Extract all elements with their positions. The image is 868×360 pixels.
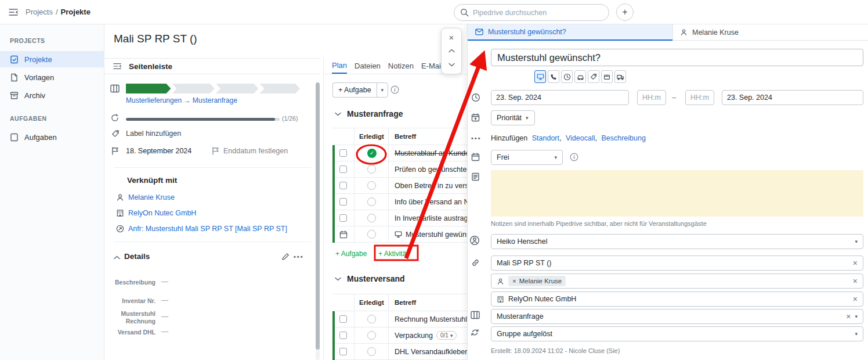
add-label-button[interactable]: Label hinzufügen <box>126 129 181 138</box>
notes-textarea[interactable] <box>491 170 863 217</box>
linked-org-link[interactable]: RelyOn Nutec GmbH <box>128 209 196 217</box>
phase-segment[interactable] <box>172 84 215 93</box>
activity-open-circle[interactable] <box>367 230 376 239</box>
task-open-circle[interactable] <box>367 165 376 174</box>
row-select-checkbox[interactable] <box>339 198 347 206</box>
start-date-input[interactable] <box>491 90 629 105</box>
phase-field[interactable]: Musteranfrage × ▾ <box>491 309 863 324</box>
task-row[interactable]: Oben Betreff in zu versch <box>332 178 467 194</box>
priority-dropdown[interactable]: Priorität ▾ <box>491 110 535 125</box>
add-description-link[interactable]: Beschreibung <box>601 134 645 142</box>
task-row[interactable]: In Inventarliste austragen <box>332 210 467 226</box>
start-time-input[interactable] <box>637 90 666 105</box>
task-subject[interactable]: Prüfen ob gewünschter M <box>389 161 467 177</box>
owner-dropdown[interactable]: Heiko Henschel ▾ <box>491 234 863 249</box>
add-task-split-button[interactable]: + Aufgabe ▾ <box>332 82 388 98</box>
activity-row[interactable]: Musterstuhl gewünsc <box>332 226 467 243</box>
sidebar-item-aufgaben[interactable]: Aufgaben <box>0 129 104 145</box>
sidebar-item-archiv[interactable]: Archiv <box>0 87 104 103</box>
task-open-circle[interactable] <box>367 181 376 190</box>
activity-type-task-clock-button[interactable] <box>561 70 573 83</box>
clear-icon[interactable]: × <box>853 295 858 303</box>
availability-dropdown[interactable]: Frei ▾ <box>491 150 563 165</box>
row-select-checkbox[interactable] <box>339 315 347 323</box>
tab-plan[interactable]: Plan <box>332 58 347 74</box>
task-subject-cell[interactable]: Verpackung 0/1▾ <box>389 327 467 343</box>
clear-icon[interactable]: × <box>853 277 858 285</box>
breadcrumb-section[interactable]: Projects <box>26 8 53 16</box>
edit-pencil-icon[interactable] <box>281 253 290 261</box>
task-open-circle[interactable] <box>367 331 376 340</box>
add-task-button[interactable]: + Aufgabe <box>332 82 377 98</box>
info-icon[interactable] <box>390 85 399 94</box>
phase-segment-current[interactable] <box>126 84 171 93</box>
info-icon[interactable] <box>570 153 578 161</box>
task-open-circle[interactable] <box>367 315 376 323</box>
clear-icon[interactable]: × <box>846 312 851 321</box>
detail-field-value[interactable]: — <box>161 278 168 286</box>
row-select-checkbox[interactable] <box>339 182 347 189</box>
start-date[interactable]: 18. September 2024 <box>126 147 191 155</box>
sidebar-item-projekte[interactable]: Projekte <box>0 51 104 67</box>
activity-type-car-button[interactable] <box>574 70 586 83</box>
chevron-down-icon[interactable] <box>444 58 458 71</box>
scrollbar[interactable] <box>316 82 320 360</box>
task-subject[interactable]: In Inventarliste austragen <box>389 210 467 226</box>
dialog-tab-person[interactable]: Melanie Kruse <box>672 24 868 41</box>
task-subject[interactable]: Musterablauf an Kunden s <box>389 145 467 161</box>
row-select-checkbox[interactable] <box>339 214 347 222</box>
task-subject[interactable]: Info über Versand an Nico <box>389 194 467 210</box>
group-dropdown[interactable]: Gruppe aufgelöst ▾ <box>491 326 863 341</box>
task-row[interactable]: Info über Versand an Nico <box>332 194 467 210</box>
section-musterversand[interactable]: Musterversand <box>335 274 405 283</box>
row-select-checkbox[interactable] <box>339 149 347 157</box>
detail-field-value[interactable]: — <box>161 327 168 336</box>
activity-type-meeting-button[interactable] <box>534 70 546 83</box>
participants-field[interactable]: ×Melanie Kruse × <box>491 273 863 289</box>
row-select-checkbox[interactable] <box>339 165 347 173</box>
linked-item-field[interactable]: Mali SP RP ST () × <box>491 255 863 271</box>
remove-icon[interactable]: × <box>512 278 516 285</box>
add-videocall-link[interactable]: Videocall <box>566 134 595 142</box>
task-row[interactable]: ✓ Musterablauf an Kunden s <box>332 145 467 161</box>
add-task-link[interactable]: + Aufgabe <box>335 250 367 258</box>
task-open-circle[interactable] <box>367 214 376 222</box>
add-activity-link[interactable]: + Aktivität <box>378 250 408 258</box>
phase-current-link[interactable]: Musteranfrage <box>193 96 237 105</box>
activity-subject-cell[interactable]: Musterstuhl gewünsc <box>389 226 467 242</box>
more-options-icon[interactable]: ••• <box>294 253 304 260</box>
quick-add-button[interactable]: + <box>616 3 634 21</box>
task-row[interactable]: Verpackung 0/1▾ <box>332 327 467 344</box>
dialog-tab-activity[interactable]: Musterstuhl gewünscht? <box>468 24 672 41</box>
task-open-circle[interactable] <box>367 197 376 206</box>
detail-field-value[interactable]: — <box>161 312 168 321</box>
chevron-down-icon[interactable]: ▾ <box>377 82 388 98</box>
phase-done-link[interactable]: Musterlieferungen <box>126 96 182 105</box>
set-end-date-button[interactable]: Enddatum festlegen <box>223 147 288 155</box>
clear-icon[interactable]: × <box>853 259 858 267</box>
collapse-nav-icon[interactable] <box>8 8 19 17</box>
task-row[interactable]: Prüfen ob gewünschter M <box>332 161 467 178</box>
section-musteranfrage[interactable]: Musteranfrage <box>335 109 403 118</box>
task-subject-cell[interactable]: DHL Versandaufkleber <box>389 344 467 359</box>
task-subject[interactable]: Rechnung Musterstuhl in <box>389 311 467 327</box>
panel-collapse-icon[interactable] <box>113 62 122 70</box>
linked-deal-link[interactable]: Anfr: Musterstuhl Mali SP RP ST [Mali SP… <box>128 225 287 233</box>
linked-person-link[interactable]: Melanie Kruse <box>128 193 175 201</box>
chevron-up-icon[interactable] <box>114 255 120 260</box>
details-heading[interactable]: Details <box>124 252 150 261</box>
detail-field-value[interactable]: — <box>161 296 168 304</box>
phase-progress-bar[interactable] <box>126 84 300 93</box>
search-input[interactable] <box>473 9 603 17</box>
chevron-up-icon[interactable] <box>444 45 458 57</box>
end-time-input[interactable] <box>685 90 714 105</box>
activity-title-input[interactable] <box>491 49 863 66</box>
activity-type-call-button[interactable] <box>548 70 559 83</box>
activity-type-truck-button[interactable] <box>614 70 626 83</box>
participant-chip[interactable]: ×Melanie Kruse <box>508 276 566 286</box>
close-icon[interactable]: × <box>444 31 458 44</box>
add-location-link[interactable]: Standort <box>532 134 559 142</box>
activity-type-tag-button[interactable] <box>588 70 599 83</box>
activity-type-box-button[interactable] <box>601 70 613 83</box>
task-row[interactable]: Rechnung Musterstuhl in <box>332 311 467 327</box>
